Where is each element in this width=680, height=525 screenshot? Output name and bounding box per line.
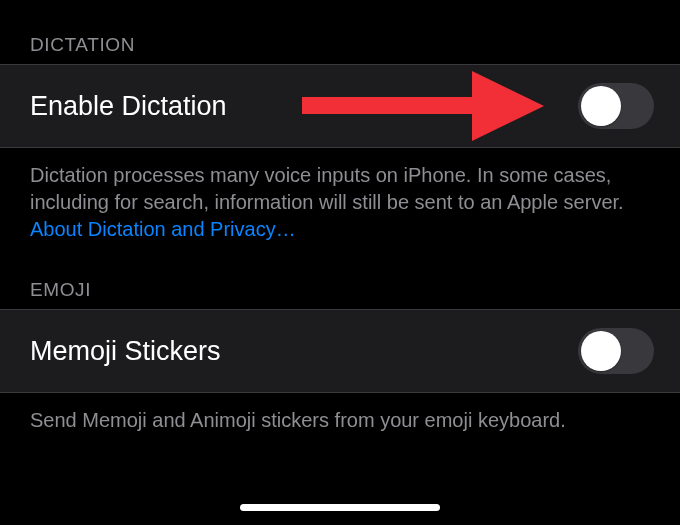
toggle-enable-dictation[interactable] [578, 83, 654, 129]
section-header-dictation: DICTATION [0, 0, 680, 64]
row-label-enable-dictation: Enable Dictation [30, 91, 227, 122]
toggle-knob-icon [581, 331, 621, 371]
footer-dictation-text: Dictation processes many voice inputs on… [30, 164, 624, 213]
row-memoji-stickers[interactable]: Memoji Stickers [0, 309, 680, 393]
home-indicator[interactable] [240, 504, 440, 511]
toggle-knob-icon [581, 86, 621, 126]
toggle-memoji-stickers[interactable] [578, 328, 654, 374]
footer-dictation: Dictation processes many voice inputs on… [0, 148, 680, 243]
footer-emoji: Send Memoji and Animoji stickers from yo… [0, 393, 680, 434]
section-header-emoji: EMOJI [0, 243, 680, 309]
row-label-memoji-stickers: Memoji Stickers [30, 336, 221, 367]
row-enable-dictation[interactable]: Enable Dictation [0, 64, 680, 148]
link-about-dictation-privacy[interactable]: About Dictation and Privacy… [30, 218, 296, 240]
